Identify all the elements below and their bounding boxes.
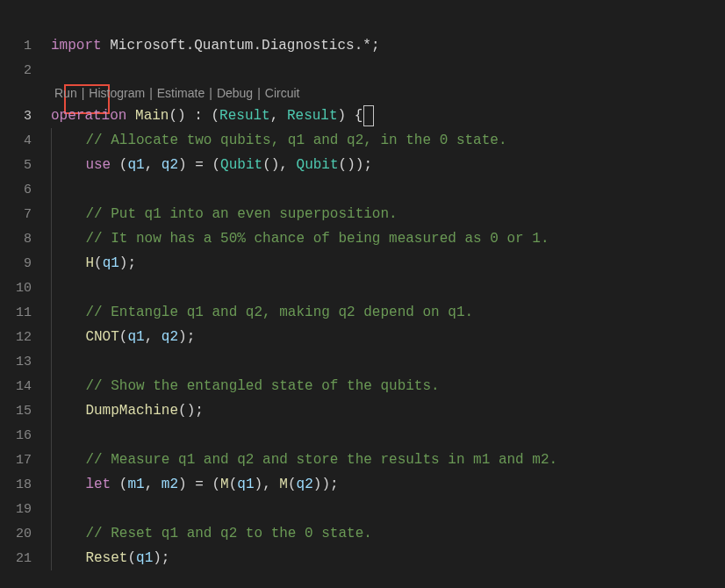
comment: // Entangle q1 and q2, making q2 depend … (85, 305, 473, 320)
paren: ) (178, 477, 187, 492)
equals: = (195, 157, 204, 173)
code-line[interactable]: // It now has a 50% chance of being meas… (51, 226, 549, 251)
line-number: 3 (0, 109, 51, 124)
line-number: 11 (0, 305, 51, 320)
paren: ) (119, 255, 128, 271)
var-q1: q1 (127, 329, 144, 345)
paren: ( (119, 157, 128, 173)
codelens-histogram[interactable]: Histogram (87, 86, 147, 100)
line-number: 13 (0, 355, 51, 369)
paren: ( (262, 157, 271, 173)
codelens-run[interactable]: Run (53, 86, 79, 100)
line-number: 14 (0, 379, 51, 394)
semicolon: ; (127, 255, 136, 271)
fn-dumpmachine: DumpMachine (85, 403, 178, 419)
keyword-use: use (85, 157, 111, 173)
paren: ( (127, 550, 136, 566)
comment: // Show the entangled state of the qubit… (85, 378, 439, 394)
comma: , (145, 477, 154, 492)
code-line[interactable] (51, 276, 52, 300)
star: * (362, 38, 371, 54)
line-number: 17 (0, 453, 51, 468)
paren: ( (169, 108, 177, 124)
paren: ( (119, 329, 128, 345)
code-editor[interactable]: 1 import Microsoft.Quantum.Diagnostics.*… (0, 0, 725, 570)
keyword-operation: operation (51, 108, 126, 124)
paren: ) (347, 157, 355, 173)
code-line[interactable] (51, 177, 52, 202)
code-line[interactable]: H(q1); (51, 251, 136, 276)
paren: ) (271, 157, 280, 173)
line-number: 16 (0, 428, 51, 443)
paren: ( (339, 157, 348, 173)
line-number: 15 (0, 404, 51, 419)
code-line[interactable]: use (q1, q2) = (Qubit(), Qubit()); (51, 153, 372, 177)
dot: . (355, 38, 363, 54)
function-main: Main (135, 108, 169, 124)
codelens-debug[interactable]: Debug (215, 86, 255, 100)
code-line[interactable]: Reset(q1); (51, 546, 169, 570)
paren: ) (313, 477, 322, 492)
codelens-bar: Run | Histogram | Estimate | Debug | Cir… (51, 86, 301, 100)
comment: // Allocate two qubits, q1 and q2, in th… (85, 133, 506, 148)
line-number: 10 (0, 281, 51, 296)
code-line[interactable]: // Measure q1 and q2 and store the resul… (51, 448, 557, 472)
codelens-estimate[interactable]: Estimate (155, 86, 206, 100)
line-number: 21 (0, 551, 51, 566)
var-m1: m1 (127, 477, 144, 492)
codelens-circuit[interactable]: Circuit (263, 86, 302, 100)
code-line[interactable]: CNOT(q1, q2); (51, 325, 195, 349)
var-q1: q1 (127, 157, 144, 173)
semicolon: ; (187, 329, 196, 345)
keyword-import: import (51, 38, 102, 54)
line-number: 6 (0, 183, 51, 197)
code-line[interactable] (51, 349, 52, 374)
paren: ( (212, 477, 221, 492)
brace-open: { (355, 108, 363, 124)
code-line[interactable] (51, 423, 52, 448)
line-number: 12 (0, 330, 51, 345)
paren: ) (355, 157, 364, 173)
code-line[interactable]: // Put q1 into an even superposition. (51, 202, 398, 226)
code-line[interactable]: // Reset q1 and q2 to the 0 state. (51, 521, 372, 546)
code-line[interactable]: DumpMachine(); (51, 398, 204, 423)
line-number: 2 (0, 63, 51, 78)
var-q2: q2 (162, 329, 178, 345)
line-number: 19 (0, 502, 51, 517)
semicolon: ; (162, 550, 170, 566)
var-q1: q1 (237, 477, 254, 492)
type-result: Result (219, 108, 270, 124)
code-line[interactable] (51, 497, 52, 521)
paren: ( (212, 157, 221, 173)
paren: ) (177, 108, 186, 124)
paren: ) (187, 403, 196, 419)
var-q1: q1 (136, 550, 153, 566)
code-line[interactable]: // Allocate two qubits, q1 and q2, in th… (51, 128, 506, 153)
line-number: 9 (0, 256, 51, 271)
code-line[interactable]: let (m1, m2) = (M(q1), M(q2)); (51, 472, 339, 497)
type-qubit: Qubit (297, 157, 339, 173)
line-number: 5 (0, 158, 51, 173)
line-number: 20 (0, 527, 51, 541)
colon: : (194, 108, 203, 124)
code-line[interactable]: import Microsoft.Quantum.Diagnostics.*; (51, 33, 380, 58)
type-qubit: Qubit (220, 157, 262, 173)
fn-m: M (220, 477, 229, 492)
equals: = (195, 477, 204, 492)
code-line[interactable]: operation Main() : (Result, Result) { (51, 104, 373, 128)
paren: ( (211, 108, 219, 124)
line-number: 8 (0, 232, 51, 247)
code-line[interactable]: // Show the entangled state of the qubit… (51, 374, 440, 398)
codelens-sep: | (147, 86, 155, 100)
semicolon: ; (195, 403, 204, 419)
fn-reset: Reset (85, 550, 127, 566)
var-m2: m2 (162, 477, 178, 492)
codelens-sep: | (206, 86, 215, 100)
namespace: Microsoft.Quantum.Diagnostics (110, 38, 354, 54)
keyword-let: let (85, 477, 111, 492)
semicolon: ; (371, 38, 380, 54)
paren: ( (94, 255, 103, 271)
code-line[interactable]: // Entangle q1 and q2, making q2 depend … (51, 300, 473, 325)
paren: ( (119, 477, 128, 492)
paren: ( (229, 477, 238, 492)
